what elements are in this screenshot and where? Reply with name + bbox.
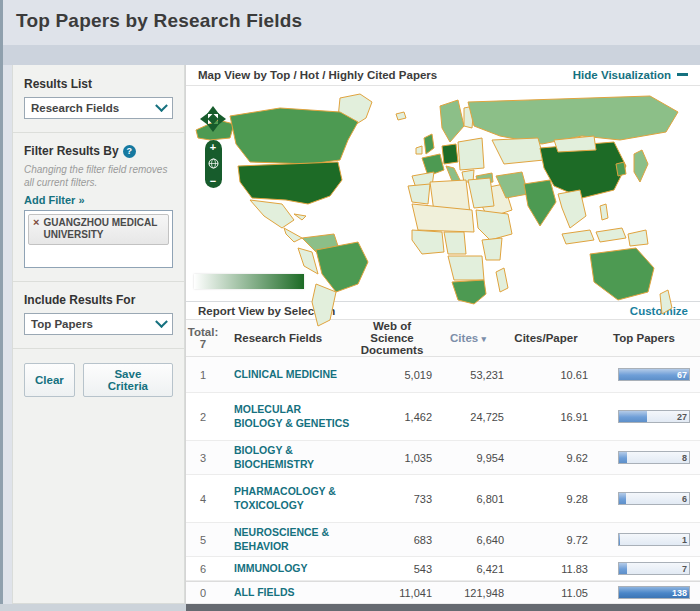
chevron-down-icon	[155, 315, 168, 328]
total-value: 7	[186, 338, 220, 350]
clear-button[interactable]: Clear	[24, 363, 75, 397]
table-row: 6 IMMUNOLOGY 543 6,421 11.83 7	[186, 557, 700, 581]
bottom-strip	[0, 604, 700, 611]
page-title: Top Papers by Research Fields	[16, 10, 700, 32]
results-list-label: Results List	[24, 77, 173, 91]
cites-per-paper-value: 10.61	[504, 369, 588, 381]
bar-fill	[619, 563, 627, 574]
sidebar-divider	[13, 348, 184, 349]
bar-fill	[619, 493, 626, 504]
zoom-in-icon[interactable]: +	[210, 142, 216, 152]
cites-value: 9,954	[432, 452, 504, 464]
docs-value: 733	[352, 493, 432, 505]
row-rank: 0	[186, 587, 220, 599]
top-papers-bar: 7	[618, 562, 690, 575]
top-papers-value: 67	[677, 369, 687, 381]
add-filter-link[interactable]: Add Filter »	[24, 194, 173, 206]
filter-tag-label: GUANGZHOU MEDICAL UNIVERSITY	[43, 217, 164, 241]
row-rank: 2	[186, 411, 220, 423]
field-link[interactable]: ALL FIELDS	[234, 586, 294, 598]
row-rank: 4	[186, 493, 220, 505]
bottom-strip-dark	[186, 604, 700, 611]
field-link[interactable]: BIOLOGY & BIOCHEMISTRY	[234, 444, 314, 469]
cites-per-paper-value: 16.91	[504, 411, 588, 423]
include-results-label: Include Results For	[24, 293, 173, 307]
table-row: 5 NEUROSCIENCE & BEHAVIOR 683 6,640 9.72…	[186, 523, 700, 557]
top-papers-bar: 27	[618, 410, 690, 423]
help-icon[interactable]: ?	[123, 145, 136, 158]
field-link[interactable]: PHARMACOLOGY & TOXICOLOGY	[234, 485, 336, 510]
remove-filter-icon[interactable]: ×	[33, 217, 39, 241]
row-rank: 6	[186, 563, 220, 575]
content-area: Results List Research Fields Filter Resu…	[0, 65, 700, 604]
row-rank: 1	[186, 369, 220, 381]
zoom-out-icon[interactable]: −	[210, 176, 216, 186]
cites-value: 24,725	[432, 411, 504, 423]
map-view-title: Map View by Top / Hot / Highly Cited Pap…	[198, 69, 437, 81]
hide-visualization-link[interactable]: Hide Visualization	[573, 69, 688, 81]
bar-fill	[619, 411, 647, 422]
docs-value: 1,462	[352, 411, 432, 423]
map-zoom-control[interactable]: + −	[205, 140, 222, 188]
cites-per-paper-value: 11.05	[504, 587, 588, 599]
field-link[interactable]: IMMUNOLOGY	[234, 562, 308, 574]
top-papers-bar: 67	[618, 368, 690, 381]
sidebar-actions: Clear Save Criteria	[24, 363, 173, 397]
cites-value: 6,640	[432, 534, 504, 546]
docs-value: 5,019	[352, 369, 432, 381]
top-papers-value: 8	[682, 452, 687, 464]
top-papers-value: 27	[677, 411, 687, 423]
active-filters-box: × GUANGZHOU MEDICAL UNIVERSITY	[24, 210, 173, 268]
table-row: 4 PHARMACOLOGY & TOXICOLOGY 733 6,801 9.…	[186, 475, 700, 523]
bar-fill	[619, 452, 627, 463]
world-map[interactable]	[190, 88, 695, 338]
map-color-legend	[194, 274, 304, 289]
world-map-panel: + −	[186, 86, 700, 301]
page-header: Top Papers by Research Fields	[0, 0, 700, 45]
filter-note: Changing the filter field removes all cu…	[24, 164, 173, 189]
cites-per-paper-value: 9.62	[504, 452, 588, 464]
main-panel: Map View by Top / Hot / Highly Cited Pap…	[185, 65, 700, 604]
top-papers-value: 1	[682, 534, 687, 546]
cites-value: 6,421	[432, 563, 504, 575]
cites-per-paper-value: 11.83	[504, 563, 588, 575]
row-rank: 5	[186, 534, 220, 546]
filter-results-heading: Filter Results By?	[24, 144, 173, 158]
field-link[interactable]: MOLECULAR BIOLOGY & GENETICS	[234, 403, 349, 428]
sidebar-divider	[13, 281, 184, 282]
top-papers-value: 138	[672, 587, 687, 599]
docs-value: 543	[352, 563, 432, 575]
results-list-selected-value: Research Fields	[31, 102, 119, 114]
sidebar-divider	[13, 132, 184, 133]
pan-control-icon[interactable]	[198, 104, 228, 134]
cites-per-paper-value: 9.28	[504, 493, 588, 505]
bar-fill	[619, 534, 620, 545]
cites-value: 53,231	[432, 369, 504, 381]
field-link[interactable]: NEUROSCIENCE & BEHAVIOR	[234, 526, 329, 551]
save-criteria-button[interactable]: Save Criteria	[83, 363, 173, 397]
include-results-select[interactable]: Top Papers	[24, 313, 173, 335]
results-table: Total: 7 Research Fields Web of Science …	[186, 319, 700, 604]
top-papers-value: 6	[682, 493, 687, 505]
filters-sidebar: Results List Research Fields Filter Resu…	[12, 65, 185, 604]
top-papers-bar: 8	[618, 451, 690, 464]
table-row-all-fields: 0 ALL FIELDS 11,041 121,948 11.05 138	[186, 581, 700, 604]
map-view-header: Map View by Top / Hot / Highly Cited Pap…	[186, 65, 700, 86]
results-list-select[interactable]: Research Fields	[24, 97, 173, 119]
field-link[interactable]: CLINICAL MEDICINE	[234, 368, 337, 380]
docs-value: 11,041	[352, 587, 432, 599]
map-controls: + −	[198, 104, 228, 188]
table-row: 3 BIOLOGY & BIOCHEMISTRY 1,035 9,954 9.6…	[186, 441, 700, 475]
cites-value: 6,801	[432, 493, 504, 505]
table-row: 1 CLINICAL MEDICINE 5,019 53,231 10.61 6…	[186, 357, 700, 393]
cites-value: 121,948	[432, 587, 504, 599]
globe-icon[interactable]	[208, 158, 219, 169]
docs-value: 1,035	[352, 452, 432, 464]
filter-tag[interactable]: × GUANGZHOU MEDICAL UNIVERSITY	[28, 214, 169, 245]
top-papers-bar: 6	[618, 492, 690, 505]
top-papers-bar: 138	[618, 586, 690, 599]
docs-value: 683	[352, 534, 432, 546]
page-edge-strip	[0, 0, 3, 611]
chevron-down-icon	[155, 99, 168, 112]
table-row: 2 MOLECULAR BIOLOGY & GENETICS 1,462 24,…	[186, 393, 700, 441]
